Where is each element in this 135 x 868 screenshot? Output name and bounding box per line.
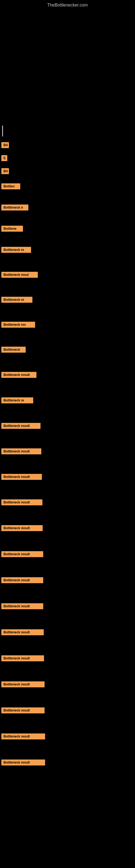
bottleneck-item: Bottleneck re	[0, 238, 135, 262]
bottleneck-item: Bottleneck result	[0, 672, 135, 697]
bottleneck-item: Bottleneck result	[0, 363, 135, 387]
bottleneck-item: Bottlene	[0, 220, 135, 237]
bottleneck-result-label: B4	[1, 142, 9, 148]
bottleneck-item: Bottleneck resul	[0, 263, 135, 287]
bottleneck-item: Bottleneck result	[0, 698, 135, 723]
bottleneck-result-label: Bottleneck re	[1, 397, 33, 403]
site-title: TheBottlenecker.com	[0, 0, 135, 9]
bottleneck-result-label: Bottlen	[1, 183, 20, 189]
bottleneck-result-label: Bottleneck n	[1, 205, 28, 211]
bottleneck-result-label: Bottleneck result	[1, 551, 43, 557]
bottleneck-item: Bottleneck result	[0, 490, 135, 515]
bottleneck-item: Bottleneck result	[0, 439, 135, 464]
bottleneck-item: Bottlen	[0, 178, 135, 194]
bottleneck-result-label: Bottleneck	[1, 347, 26, 352]
bottleneck-result-label: Bottleneck result	[1, 681, 45, 687]
bottleneck-result-label: Bottleneck result	[1, 603, 43, 609]
bottleneck-result-label: Bottleneck result	[1, 525, 43, 531]
bottleneck-item: Bottleneck result	[0, 620, 135, 645]
bottleneck-result-label: Bottlene	[1, 226, 23, 231]
bottleneck-result-label: Bottleneck re	[1, 247, 31, 253]
bottleneck-result-label: Bottleneck result	[1, 655, 44, 661]
bottleneck-item: Bottleneck result	[0, 646, 135, 671]
bottleneck-result-label: Bottleneck result	[1, 760, 45, 766]
bottleneck-item: Bottleneck result	[0, 568, 135, 593]
bottleneck-result-label: Bottleneck result	[1, 734, 45, 739]
top-section	[0, 9, 135, 123]
bottleneck-item: Bottleneck result	[0, 465, 135, 489]
bottleneck-result-label: B4	[1, 168, 9, 174]
bottleneck-result-label: Bottleneck result	[1, 474, 42, 480]
bottleneck-result-label: Bottleneck result	[1, 577, 43, 583]
separator	[2, 126, 3, 136]
bottleneck-item: Bottleneck	[0, 338, 135, 362]
bottleneck-item: Bottleneck n	[0, 195, 135, 219]
bottleneck-result-label: Bottleneck result	[1, 629, 44, 635]
bottleneck-item: Bottleneck re	[0, 288, 135, 312]
bottleneck-item: Bottleneck result	[0, 542, 135, 567]
bottleneck-item: Bottleneck result	[0, 750, 135, 775]
bottleneck-item: E	[0, 152, 135, 164]
bottleneck-result-label: Bottleneck result	[1, 707, 45, 713]
bottleneck-item: Bottleneck result	[0, 594, 135, 619]
bottleneck-item: Bottleneck result	[0, 724, 135, 749]
bottleneck-list: B4EB4BottlenBottleneck nBottleneBottlene…	[0, 139, 135, 781]
bottleneck-item: B4	[0, 139, 135, 151]
bottleneck-result-label: Bottleneck resul	[1, 272, 38, 278]
bottleneck-item: Bottleneck res	[0, 313, 135, 337]
bottleneck-item: Bottleneck result	[0, 414, 135, 438]
bottleneck-result-label: Bottleneck result	[1, 499, 42, 505]
bottleneck-item: Bottleneck re	[0, 388, 135, 412]
bottleneck-result-label: Bottleneck result	[1, 423, 41, 429]
bottleneck-result-label: Bottleneck result	[1, 448, 41, 454]
bottleneck-result-label: Bottleneck res	[1, 322, 35, 328]
bottleneck-result-label: Bottleneck result	[1, 372, 37, 378]
site-header: TheBottlenecker.com	[0, 0, 135, 9]
bottleneck-item: Bottleneck result	[0, 516, 135, 540]
bottleneck-result-label: E	[1, 155, 7, 161]
bottleneck-result-label: Bottleneck re	[1, 297, 32, 303]
bottleneck-item: B4	[0, 165, 135, 177]
